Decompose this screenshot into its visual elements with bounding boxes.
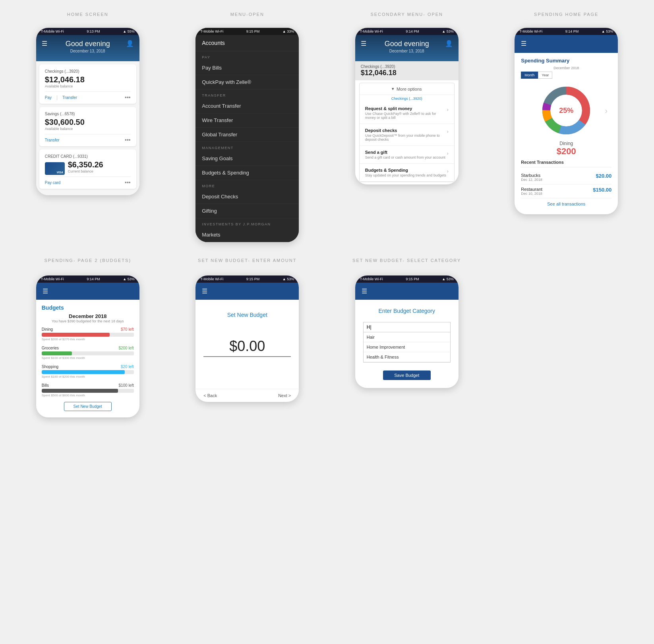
enter-amt-header: ☰ <box>195 283 299 300</box>
enter-amt-status-bar: T-Mobile Wi-Fi 9:15 PM ▲ 53% <box>195 275 299 283</box>
category-dropdown: Hair Home Improvement Health & Fitness <box>363 332 451 363</box>
txn-date-0: Dec 12, 2018 <box>521 178 542 182</box>
option-deposit-checks[interactable]: Deposit checks Use QuickDeposit™ from yo… <box>360 124 454 146</box>
credit-account-card: CREDIT CARD (...9331) $6,350.26 Current … <box>39 149 136 189</box>
menu-screen-col: T-Mobile Wi-Fi 9:15 PM ▲ 33% Accounts PA… <box>172 28 323 242</box>
label-empty <box>491 258 642 263</box>
category-option-health-fitness[interactable]: Health & Fitness <box>364 352 450 362</box>
spending-header: ☰ <box>515 35 618 53</box>
option-request-desc: Use Chase QuickPay® with Zelle® to ask f… <box>365 112 447 120</box>
option-gift-title: Send a gift <box>365 150 447 155</box>
secondary-account-name: Checkings (...3920) <box>361 64 453 69</box>
user-icon[interactable]: 👤 <box>126 40 134 47</box>
menu-section-more: MORE <box>195 180 299 190</box>
menu-section-management: MANAGEMENT <box>195 142 299 151</box>
option-budgets-desc: Stay updated on your spending trends and… <box>365 173 447 177</box>
budget-name-shopping: Shopping <box>42 365 58 369</box>
next-button[interactable]: Next > <box>278 393 291 398</box>
back-button[interactable]: < Back <box>203 393 217 398</box>
date-text: December 13, 2018 <box>43 49 133 53</box>
menu-saving-goals[interactable]: Saving Goals <box>195 151 299 166</box>
amount-input-display[interactable]: $0.00 <box>203 338 291 357</box>
pay-link[interactable]: Pay <box>45 95 52 100</box>
spending-amount: $200 <box>521 146 611 157</box>
save-budget-button[interactable]: Save Budget <box>383 370 431 380</box>
budgets-phone: T-Mobile Wi-Fi 9:14 PM ▲ 53% ☰ Budgets D… <box>36 275 139 417</box>
menu-time: 9:15 PM <box>246 29 260 33</box>
savings-more-dots[interactable]: ••• <box>125 137 131 143</box>
set-new-budget-title: Set New Budget <box>203 312 291 318</box>
enter-amt-body: Set New Budget $0.00 <box>195 300 299 389</box>
enter-amount-phone: T-Mobile Wi-Fi 9:15 PM ▲ 53% ☰ Set New B… <box>195 275 299 402</box>
option-deposit-title: Deposit checks <box>365 128 447 133</box>
credit-label: Current balance <box>68 169 131 173</box>
menu-markets[interactable]: Markets <box>195 228 299 242</box>
spending-category: Dining <box>521 141 611 146</box>
select-category-col: T-Mobile Wi-Fi 9:15 PM ▲ 53% ☰ Enter Bud… <box>331 275 483 417</box>
budgets-title: Budgets <box>42 305 134 311</box>
home-status-bar: T-Mobile Wi-Fi 9:13 PM ▲ 55% <box>36 28 139 35</box>
menu-pay-bills[interactable]: Pay Bills <box>195 61 299 75</box>
donut-chart-container: 25% › <box>521 83 611 138</box>
month-tab[interactable]: Month <box>521 72 538 79</box>
spending-hamburger-icon[interactable]: ☰ <box>521 40 526 47</box>
more-dots[interactable]: ••• <box>125 94 131 101</box>
credit-more-dots[interactable]: ••• <box>125 179 131 186</box>
menu-global-transfer[interactable]: Global Transfer <box>195 128 299 142</box>
menu-screen-phone: T-Mobile Wi-Fi 9:15 PM ▲ 33% Accounts PA… <box>195 28 299 242</box>
budget-name-dining: Dining <box>42 327 53 332</box>
credit-actions: Pay card ••• <box>45 177 131 186</box>
secondary-menu-phone: T-Mobile Wi-Fi 9:14 PM ▲ 53% ☰ Good even… <box>355 28 459 184</box>
menu-accounts[interactable]: Accounts <box>195 35 299 51</box>
budget-row-groceries: Groceries $200 left Spent $100 of $300 t… <box>42 346 134 360</box>
budget-spent-groceries: Spent $100 of $300 this month <box>42 356 134 360</box>
menu-deposit-checks[interactable]: Deposit Checks <box>195 190 299 204</box>
donut-percent: 25% <box>559 107 573 115</box>
label-home-screen: HOME SCREEN <box>12 12 164 17</box>
pay-card-link[interactable]: Pay card <box>45 180 60 185</box>
option-budgets-spending[interactable]: Budgets & Spending Stay updated on your … <box>360 164 454 182</box>
secondary-hamburger[interactable]: ☰ <box>361 40 366 47</box>
secondary-greeting: Good evening <box>362 40 452 48</box>
menu-quickpay[interactable]: QuickPay with Zelle® <box>195 75 299 89</box>
secondary-balance: $12,046.18 <box>361 69 453 77</box>
select-cat-hamburger-icon[interactable]: ☰ <box>362 287 367 295</box>
budget-name-bills: Bills <box>42 383 49 388</box>
budgets-hamburger-icon[interactable]: ☰ <box>43 287 48 295</box>
transfer-link[interactable]: Transfer <box>62 95 77 100</box>
category-option-hair[interactable]: Hair <box>364 332 450 342</box>
savings-transfer-link[interactable]: Transfer <box>45 138 60 142</box>
savings-acct-name: Savings (...6578) <box>45 112 131 116</box>
credit-balance: $6,350.26 <box>68 160 131 169</box>
secondary-header: ☰ Good evening December 13, 2018 👤 <box>355 35 459 61</box>
home-header: ☰ Good evening December 13, 2018 👤 <box>36 35 139 61</box>
budgets-page-col: T-Mobile Wi-Fi 9:14 PM ▲ 53% ☰ Budgets D… <box>12 275 164 417</box>
checking-label: Available balance <box>45 84 131 88</box>
menu-wire-transfer[interactable]: Wire Transfer <box>195 113 299 128</box>
set-new-budget-button[interactable]: Set New Budget <box>64 402 112 411</box>
budget-left-groceries: $200 left <box>118 346 134 350</box>
enter-amt-hamburger-icon[interactable]: ☰ <box>202 287 207 295</box>
greeting-text: Good evening <box>43 40 133 48</box>
txn-row-0: Starbucks Dec 12, 2018 $20.00 <box>521 171 611 184</box>
label-enter-amount: SET NEW BUDGET- ENTER AMOUNT <box>172 258 323 263</box>
category-option-home-improvement[interactable]: Home Improvement <box>364 342 450 352</box>
secondary-user-icon[interactable]: 👤 <box>445 40 453 47</box>
checking-balance: $12,046.18 <box>45 75 131 84</box>
year-tab[interactable]: Year <box>538 72 552 79</box>
menu-budgets-spending[interactable]: Budgets & Spending <box>195 166 299 180</box>
budget-bar-bg-bills <box>42 389 134 393</box>
menu-account-transfer[interactable]: Account Transfer <box>195 99 299 113</box>
budget-bar-bg-dining <box>42 333 134 337</box>
option-send-gift[interactable]: Send a gift Send a gift card or cash amo… <box>360 146 454 164</box>
more-options-header: ▾ More options <box>360 83 454 95</box>
category-input[interactable] <box>363 322 451 332</box>
see-all-transactions[interactable]: See all transactions <box>521 198 611 209</box>
budget-bar-fill-groceries <box>42 351 72 355</box>
donut-nav-right-icon[interactable]: › <box>605 106 608 115</box>
option-request-split[interactable]: Request & split money Use Chase QuickPay… <box>360 102 454 124</box>
label-select-category: SET NEW BUDGET- SELECT CATEGORY <box>331 258 483 263</box>
month-year-tabs: Month Year <box>521 72 611 79</box>
hamburger-icon[interactable]: ☰ <box>42 40 47 47</box>
menu-gifting[interactable]: Gifting <box>195 204 299 218</box>
